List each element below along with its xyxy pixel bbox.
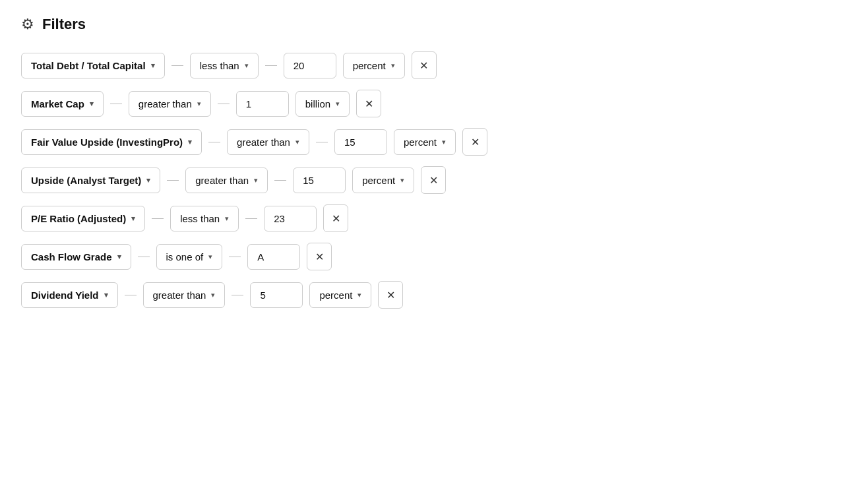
unit-chevron-7: ▾ [357,291,361,299]
unit-chevron-2: ▾ [336,100,340,108]
operator-chevron-6: ▾ [208,253,212,261]
close-button-7[interactable]: ✕ [378,281,403,309]
operator-chevron-4: ▾ [254,176,258,185]
separator-5 [152,218,164,219]
close-icon-6: ✕ [315,251,324,263]
separator2-4 [274,180,286,181]
field-chevron-7: ▾ [104,291,108,299]
operator-label-6: is one of [166,251,204,262]
field-label-7: Dividend Yield [31,290,99,301]
filter-row-7: Dividend Yield▾greater than▾5percent▾✕ [21,281,847,309]
gear-icon: ⚙ [21,16,34,33]
close-button-5[interactable]: ✕ [323,204,348,232]
field-label-5: P/E Ratio (Adjusted) [31,213,126,224]
operator-chevron-5: ▾ [225,214,229,223]
unit-dropdown-3[interactable]: percent▾ [394,129,456,155]
field-dropdown-2[interactable]: Market Cap▾ [21,91,104,117]
value-input-3[interactable]: 15 [334,129,387,155]
operator-label-5: less than [180,213,220,224]
operator-dropdown-2[interactable]: greater than▾ [129,91,211,117]
operator-chevron-2: ▾ [197,100,201,108]
separator-4 [167,180,179,181]
close-icon-2: ✕ [365,98,373,110]
field-dropdown-3[interactable]: Fair Value Upside (InvestingPro)▾ [21,129,202,155]
filters-container: Total Debt / Total Capital▾less than▾20p… [21,51,847,309]
close-icon-1: ✕ [419,59,428,72]
close-icon-5: ✕ [332,212,340,225]
field-chevron-2: ▾ [90,100,94,108]
separator-7 [125,295,137,295]
field-label-3: Fair Value Upside (InvestingPro) [31,137,183,148]
operator-dropdown-6[interactable]: is one of▾ [156,244,223,270]
operator-label-1: less than [200,60,239,71]
value-input-7[interactable]: 5 [250,282,303,308]
value-input-1[interactable]: 20 [284,53,336,78]
value-input-2[interactable]: 1 [236,91,289,117]
field-label-6: Cash Flow Grade [31,251,112,262]
field-dropdown-5[interactable]: P/E Ratio (Adjusted)▾ [21,206,145,231]
operator-chevron-1: ▾ [245,61,249,70]
field-chevron-3: ▾ [188,138,192,146]
close-button-3[interactable]: ✕ [462,128,487,156]
operator-label-7: greater than [153,290,206,301]
operator-chevron-3: ▾ [295,138,299,146]
close-button-2[interactable]: ✕ [356,90,381,117]
field-dropdown-6[interactable]: Cash Flow Grade▾ [21,244,131,270]
value-input-4[interactable]: 15 [293,168,346,193]
operator-dropdown-7[interactable]: greater than▾ [143,282,226,308]
field-dropdown-7[interactable]: Dividend Yield▾ [21,282,118,308]
close-button-1[interactable]: ✕ [412,51,437,79]
unit-dropdown-1[interactable]: percent▾ [343,53,405,78]
field-chevron-4: ▾ [146,176,150,185]
separator-6 [138,257,150,257]
unit-dropdown-7[interactable]: percent▾ [309,282,371,308]
field-chevron-1: ▾ [151,61,155,70]
filter-row-3: Fair Value Upside (InvestingPro)▾greater… [21,128,847,156]
operator-chevron-7: ▾ [211,291,215,299]
separator-1 [171,65,183,66]
unit-label-3: percent [404,137,437,148]
operator-dropdown-1[interactable]: less than▾ [190,53,259,78]
close-icon-3: ✕ [471,136,480,148]
page-title: Filters [42,16,86,33]
operator-label-2: greater than [139,98,192,109]
operator-label-4: greater than [195,175,249,186]
separator-3 [208,142,220,142]
separator2-5 [245,218,257,219]
separator2-7 [232,295,243,295]
value-input-5[interactable]: 23 [264,206,317,231]
close-button-6[interactable]: ✕ [307,243,332,270]
page-header: ⚙ Filters [21,16,847,33]
unit-label-7: percent [319,290,352,301]
unit-chevron-1: ▾ [391,61,395,70]
field-label-4: Upside (Analyst Target) [31,175,141,186]
field-chevron-5: ▾ [131,214,135,223]
unit-label-4: percent [362,175,395,186]
field-label-1: Total Debt / Total Capital [31,60,146,71]
filter-row-5: P/E Ratio (Adjusted)▾less than▾23✕ [21,204,847,232]
field-chevron-6: ▾ [117,253,121,261]
unit-chevron-4: ▾ [400,176,404,185]
operator-label-3: greater than [237,137,290,148]
close-button-4[interactable]: ✕ [421,166,446,194]
unit-dropdown-2[interactable]: billion▾ [295,91,350,117]
close-icon-4: ✕ [429,174,438,187]
operator-dropdown-4[interactable]: greater than▾ [185,168,268,193]
unit-dropdown-4[interactable]: percent▾ [352,168,414,193]
unit-label-1: percent [353,60,386,71]
separator-2 [110,104,122,104]
field-dropdown-1[interactable]: Total Debt / Total Capital▾ [21,53,165,78]
separator2-2 [218,104,230,104]
operator-dropdown-3[interactable]: greater than▾ [227,129,309,155]
separator2-6 [229,257,241,257]
unit-label-2: billion [305,98,330,109]
operator-dropdown-5[interactable]: less than▾ [170,206,239,231]
field-label-2: Market Cap [31,98,84,109]
separator2-1 [265,65,277,66]
field-dropdown-4[interactable]: Upside (Analyst Target)▾ [21,168,160,193]
separator2-3 [316,142,328,142]
unit-chevron-3: ▾ [442,138,446,146]
value-input-6[interactable]: A [247,244,300,270]
filter-row-6: Cash Flow Grade▾is one of▾A✕ [21,243,847,270]
filter-row-4: Upside (Analyst Target)▾greater than▾15p… [21,166,847,194]
